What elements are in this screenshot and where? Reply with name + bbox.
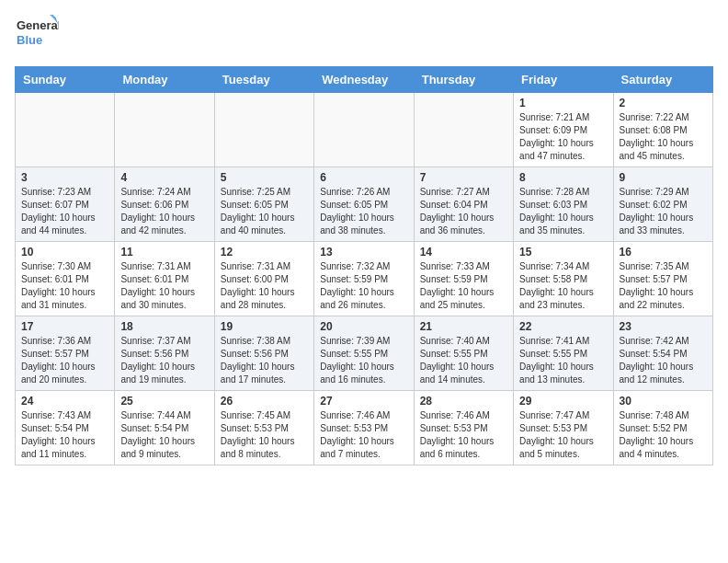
day-number: 29 <box>519 395 607 408</box>
calendar-cell: 2Sunrise: 7:22 AMSunset: 6:08 PMDaylight… <box>613 93 712 167</box>
day-number: 5 <box>221 171 308 184</box>
calendar-cell: 25Sunrise: 7:44 AMSunset: 5:54 PMDayligh… <box>115 391 214 465</box>
weekday-header: Thursday <box>414 67 513 93</box>
day-number: 22 <box>519 320 607 333</box>
calendar-cell: 12Sunrise: 7:31 AMSunset: 6:00 PMDayligh… <box>214 242 313 316</box>
day-info: Sunrise: 7:27 AMSunset: 6:04 PMDaylight:… <box>420 186 507 237</box>
day-number: 18 <box>120 320 208 333</box>
day-info: Sunrise: 7:39 AMSunset: 5:55 PMDaylight:… <box>320 335 407 386</box>
calendar-cell: 20Sunrise: 7:39 AMSunset: 5:55 PMDayligh… <box>314 316 414 391</box>
calendar-cell: 13Sunrise: 7:32 AMSunset: 5:59 PMDayligh… <box>314 242 414 316</box>
day-info: Sunrise: 7:46 AMSunset: 5:53 PMDaylight:… <box>320 409 407 461</box>
day-number: 9 <box>620 171 707 184</box>
weekday-header: Saturday <box>613 67 712 93</box>
calendar-cell: 24Sunrise: 7:43 AMSunset: 5:54 PMDayligh… <box>16 391 115 465</box>
day-number: 6 <box>320 171 407 184</box>
calendar-cell: 5Sunrise: 7:25 AMSunset: 6:05 PMDaylight… <box>214 167 313 242</box>
day-number: 23 <box>620 320 707 333</box>
day-number: 14 <box>420 246 507 259</box>
calendar-cell <box>214 93 313 167</box>
day-info: Sunrise: 7:23 AMSunset: 6:07 PMDaylight:… <box>21 186 108 237</box>
day-info: Sunrise: 7:46 AMSunset: 5:53 PMDaylight:… <box>420 409 507 461</box>
calendar-cell: 15Sunrise: 7:34 AMSunset: 5:58 PMDayligh… <box>514 242 613 316</box>
day-number: 28 <box>420 395 507 408</box>
calendar-cell: 8Sunrise: 7:28 AMSunset: 6:03 PMDaylight… <box>514 167 613 242</box>
day-number: 20 <box>320 320 407 333</box>
weekday-header: Friday <box>514 67 613 93</box>
day-number: 3 <box>21 171 108 184</box>
day-info: Sunrise: 7:44 AMSunset: 5:54 PMDaylight:… <box>120 409 208 461</box>
logo-svg: General Blue <box>15 15 59 55</box>
calendar-cell: 9Sunrise: 7:29 AMSunset: 6:02 PMDaylight… <box>613 167 712 242</box>
day-number: 27 <box>320 395 407 408</box>
day-info: Sunrise: 7:37 AMSunset: 5:56 PMDaylight:… <box>120 335 208 386</box>
day-info: Sunrise: 7:42 AMSunset: 5:54 PMDaylight:… <box>620 335 707 386</box>
svg-text:General: General <box>17 18 59 32</box>
calendar-cell: 22Sunrise: 7:41 AMSunset: 5:55 PMDayligh… <box>514 316 613 391</box>
day-info: Sunrise: 7:34 AMSunset: 5:58 PMDaylight:… <box>519 260 607 312</box>
day-info: Sunrise: 7:28 AMSunset: 6:03 PMDaylight:… <box>519 186 607 237</box>
day-number: 30 <box>620 395 707 408</box>
calendar-cell: 7Sunrise: 7:27 AMSunset: 6:04 PMDaylight… <box>414 167 513 242</box>
day-info: Sunrise: 7:40 AMSunset: 5:55 PMDaylight:… <box>420 335 507 386</box>
day-info: Sunrise: 7:30 AMSunset: 6:01 PMDaylight:… <box>21 260 108 312</box>
day-number: 7 <box>420 171 507 184</box>
calendar: SundayMondayTuesdayWednesdayThursdayFrid… <box>15 66 713 465</box>
day-number: 12 <box>221 246 308 259</box>
svg-text:Blue: Blue <box>17 33 42 47</box>
calendar-cell: 28Sunrise: 7:46 AMSunset: 5:53 PMDayligh… <box>414 391 513 465</box>
calendar-cell: 27Sunrise: 7:46 AMSunset: 5:53 PMDayligh… <box>314 391 414 465</box>
day-number: 2 <box>620 97 707 109</box>
calendar-cell <box>414 93 513 167</box>
calendar-cell: 21Sunrise: 7:40 AMSunset: 5:55 PMDayligh… <box>414 316 513 391</box>
day-number: 25 <box>120 395 208 408</box>
calendar-cell: 11Sunrise: 7:31 AMSunset: 6:01 PMDayligh… <box>115 242 214 316</box>
calendar-week-row: 10Sunrise: 7:30 AMSunset: 6:01 PMDayligh… <box>16 242 713 316</box>
day-info: Sunrise: 7:35 AMSunset: 5:57 PMDaylight:… <box>620 260 707 312</box>
day-number: 4 <box>120 171 208 184</box>
day-info: Sunrise: 7:24 AMSunset: 6:06 PMDaylight:… <box>120 186 208 237</box>
calendar-cell: 30Sunrise: 7:48 AMSunset: 5:52 PMDayligh… <box>613 391 712 465</box>
day-number: 11 <box>120 246 208 259</box>
day-number: 26 <box>221 395 308 408</box>
day-number: 8 <box>519 171 607 184</box>
day-number: 1 <box>519 97 607 109</box>
calendar-cell: 6Sunrise: 7:26 AMSunset: 6:05 PMDaylight… <box>314 167 414 242</box>
weekday-header: Tuesday <box>214 67 313 93</box>
day-info: Sunrise: 7:25 AMSunset: 6:05 PMDaylight:… <box>221 186 308 237</box>
page-header: General Blue <box>15 15 713 55</box>
day-info: Sunrise: 7:33 AMSunset: 5:59 PMDaylight:… <box>420 260 507 312</box>
day-info: Sunrise: 7:31 AMSunset: 6:00 PMDaylight:… <box>221 260 308 312</box>
calendar-week-row: 17Sunrise: 7:36 AMSunset: 5:57 PMDayligh… <box>16 316 713 391</box>
day-info: Sunrise: 7:43 AMSunset: 5:54 PMDaylight:… <box>21 409 108 461</box>
calendar-cell <box>16 93 115 167</box>
day-number: 15 <box>519 246 607 259</box>
day-info: Sunrise: 7:45 AMSunset: 5:53 PMDaylight:… <box>221 409 308 461</box>
day-info: Sunrise: 7:31 AMSunset: 6:01 PMDaylight:… <box>120 260 208 312</box>
day-number: 17 <box>21 320 108 333</box>
day-number: 24 <box>21 395 108 408</box>
calendar-week-row: 24Sunrise: 7:43 AMSunset: 5:54 PMDayligh… <box>16 391 713 465</box>
calendar-cell: 26Sunrise: 7:45 AMSunset: 5:53 PMDayligh… <box>214 391 313 465</box>
calendar-cell: 14Sunrise: 7:33 AMSunset: 5:59 PMDayligh… <box>414 242 513 316</box>
weekday-header-row: SundayMondayTuesdayWednesdayThursdayFrid… <box>16 67 713 93</box>
calendar-cell: 17Sunrise: 7:36 AMSunset: 5:57 PMDayligh… <box>16 316 115 391</box>
day-info: Sunrise: 7:48 AMSunset: 5:52 PMDaylight:… <box>620 409 707 461</box>
calendar-cell: 10Sunrise: 7:30 AMSunset: 6:01 PMDayligh… <box>16 242 115 316</box>
logo: General Blue <box>15 15 59 55</box>
calendar-cell: 19Sunrise: 7:38 AMSunset: 5:56 PMDayligh… <box>214 316 313 391</box>
weekday-header: Sunday <box>16 67 115 93</box>
day-info: Sunrise: 7:36 AMSunset: 5:57 PMDaylight:… <box>21 335 108 386</box>
day-info: Sunrise: 7:22 AMSunset: 6:08 PMDaylight:… <box>620 111 707 163</box>
calendar-cell: 3Sunrise: 7:23 AMSunset: 6:07 PMDaylight… <box>16 167 115 242</box>
day-info: Sunrise: 7:29 AMSunset: 6:02 PMDaylight:… <box>620 186 707 237</box>
day-number: 10 <box>21 246 108 259</box>
day-info: Sunrise: 7:41 AMSunset: 5:55 PMDaylight:… <box>519 335 607 386</box>
calendar-cell: 16Sunrise: 7:35 AMSunset: 5:57 PMDayligh… <box>613 242 712 316</box>
calendar-cell: 23Sunrise: 7:42 AMSunset: 5:54 PMDayligh… <box>613 316 712 391</box>
calendar-week-row: 3Sunrise: 7:23 AMSunset: 6:07 PMDaylight… <box>16 167 713 242</box>
weekday-header: Wednesday <box>314 67 414 93</box>
day-number: 13 <box>320 246 407 259</box>
day-info: Sunrise: 7:47 AMSunset: 5:53 PMDaylight:… <box>519 409 607 461</box>
calendar-cell: 4Sunrise: 7:24 AMSunset: 6:06 PMDaylight… <box>115 167 214 242</box>
